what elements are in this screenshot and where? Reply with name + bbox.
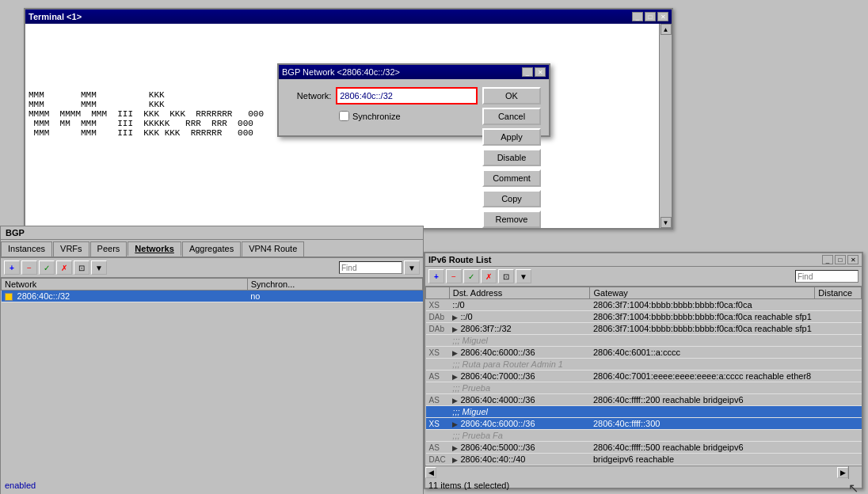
ipv6-filter-button[interactable]: ▼ xyxy=(516,269,531,283)
ipv6-add-button[interactable]: + xyxy=(428,269,444,283)
network-icon xyxy=(5,293,13,301)
network-cell: 2806:40c::/32 xyxy=(2,291,248,302)
comment-button[interactable]: Comment xyxy=(482,169,541,187)
bgp-toolbar: + − ✓ ✗ ⊡ ▼ ▼ xyxy=(1,258,423,278)
scroll-down-arrow[interactable]: ▼ xyxy=(661,217,672,228)
tab-networks[interactable]: Networks xyxy=(128,241,181,256)
bgp-table-container: Network Synchron... 2806:40c::/32 no xyxy=(1,278,423,482)
scroll-up-arrow[interactable]: ▲ xyxy=(661,24,672,35)
table-row[interactable]: 2806:40c::/32 no xyxy=(2,291,423,302)
copy-button[interactable]: Copy xyxy=(482,190,541,207)
synchronize-checkbox[interactable] xyxy=(339,111,349,121)
table-row-comment: ;;; Prueba Fa xyxy=(426,430,862,442)
table-row[interactable]: AS ▶ 2806:40c:4000::/36 2806:40c:ffff::2… xyxy=(426,394,862,406)
cancel-button[interactable]: Cancel xyxy=(482,108,541,125)
terminal-title: Terminal <1> xyxy=(29,12,82,21)
row-type: XS xyxy=(426,299,450,311)
row-type: DAb xyxy=(426,311,450,323)
settings-button[interactable]: ⊡ xyxy=(74,260,89,275)
table-row[interactable]: DAb ▶ 2806:3f7::/32 2806:3f7:1004:bbbb:b… xyxy=(426,323,862,335)
dialog-content: Network: Synchronize OK Cancel Apply Dis… xyxy=(279,79,549,135)
dialog-win-controls: _ ✕ xyxy=(522,67,546,77)
tab-instances[interactable]: Instances xyxy=(1,241,52,256)
ipv6-find-input[interactable] xyxy=(795,270,858,283)
sync-cell: no xyxy=(247,291,422,302)
table-row[interactable]: XS ::/0 2806:3f7:1004:bbbb:bbbb:bbbb:f0c… xyxy=(426,299,862,311)
ipv6-check-button[interactable]: ✓ xyxy=(463,269,479,283)
row-gateway: 2806:40c:ffff::500 reachable bridgeipv6 xyxy=(590,442,815,454)
ok-button[interactable]: OK xyxy=(482,87,541,104)
row-comment: ;;; Ruta para Router Admin 1 xyxy=(449,359,861,370)
ipv6-settings-button[interactable]: ⊡ xyxy=(498,269,514,283)
col-dst-addr: Dst. Address xyxy=(449,287,590,299)
row-gateway: bridgeipv6 reachable xyxy=(590,454,815,466)
row-type: XS xyxy=(426,418,450,430)
filter-button[interactable]: ▼ xyxy=(91,260,107,275)
row-type: DAC xyxy=(426,454,450,466)
add-button[interactable]: + xyxy=(4,260,20,275)
row-type: DAb xyxy=(426,323,450,335)
row-type xyxy=(426,406,450,418)
table-row[interactable]: XS ▶ 2806:40c:6000::/36 2806:40c:ffff::3… xyxy=(426,418,862,430)
terminal-scrollbar[interactable]: ▲ ▼ xyxy=(659,24,672,228)
row-comment: ;;; Miguel xyxy=(449,406,861,418)
bgp-dialog: BGP Network <2806:40c::/32> _ ✕ Network:… xyxy=(277,63,550,137)
tab-aggregates[interactable]: Aggregates xyxy=(182,241,241,256)
row-dst: ▶ 2806:40c:6000::/36 xyxy=(449,347,590,359)
ipv6-close-button[interactable]: ✕ xyxy=(847,255,858,264)
ipv6-bottom-bar: ◀ ▶ xyxy=(425,466,862,479)
row-type xyxy=(426,430,450,442)
cross-button[interactable]: ✗ xyxy=(56,260,72,275)
ipv6-status-bar: 11 items (1 selected) ↖ xyxy=(425,479,862,492)
table-row[interactable]: AS ▶ 2806:40c:5000::/36 2806:40c:ffff::5… xyxy=(426,442,862,454)
table-row-comment: ;;; Miguel xyxy=(426,335,862,347)
ipv6-minimize-button[interactable]: _ xyxy=(822,255,833,264)
row-type xyxy=(426,335,450,347)
row-distance xyxy=(815,299,862,311)
row-gateway: 2806:3f7:1004:bbbb:bbbb:bbbb:f0ca:f0ca r… xyxy=(590,323,815,335)
row-type: AS xyxy=(426,394,450,406)
disable-button[interactable]: Disable xyxy=(482,149,541,166)
scroll-left[interactable]: ◀ xyxy=(425,467,436,478)
row-type: AS xyxy=(426,442,450,454)
maximize-button[interactable]: □ xyxy=(645,12,656,21)
dialog-close-button[interactable]: ✕ xyxy=(535,67,546,77)
row-dst: ▶ ::/0 xyxy=(449,311,590,323)
table-row[interactable]: XS ▶ 2806:40c:6000::/36 2806:40c:6001::a… xyxy=(426,347,862,359)
scroll-corner xyxy=(849,466,862,479)
close-button[interactable]: ✕ xyxy=(657,12,668,21)
row-distance xyxy=(815,323,862,335)
col-type xyxy=(426,287,450,299)
ipv6-cross-button[interactable]: ✗ xyxy=(481,269,497,283)
network-input[interactable] xyxy=(336,87,478,104)
find-dropdown[interactable]: ▼ xyxy=(404,260,420,275)
row-dst: ▶ 2806:3f7::/32 xyxy=(449,323,590,335)
check-button[interactable]: ✓ xyxy=(39,260,55,275)
row-gateway: 2806:40c:7001:eeee:eeee:eeee:a:cccc reac… xyxy=(590,370,815,382)
tab-vrfs[interactable]: VRFs xyxy=(53,241,89,256)
row-type: XS xyxy=(426,347,450,359)
table-row[interactable]: DAb ▶ ::/0 2806:3f7:1004:bbbb:bbbb:bbbb:… xyxy=(426,311,862,323)
bgp-dialog-titlebar: BGP Network <2806:40c::/32> _ ✕ xyxy=(279,65,549,79)
tab-vpn4-route[interactable]: VPN4 Route xyxy=(242,241,304,256)
tab-bar: Instances VRFs Peers Networks Aggregates… xyxy=(1,240,423,258)
dialog-minimize-button[interactable]: _ xyxy=(522,67,533,77)
status-text: enabled xyxy=(5,481,36,490)
dialog-buttons: OK Cancel Apply Disable Comment Copy Rem… xyxy=(482,87,541,228)
tab-peers[interactable]: Peers xyxy=(90,241,128,256)
minimize-button[interactable]: _ xyxy=(632,12,643,21)
ipv6-maximize-button[interactable]: □ xyxy=(835,255,846,264)
bgp-find-input[interactable] xyxy=(339,261,402,274)
table-row[interactable]: DAC ▶ 2806:40c:40::/40 bridgeipv6 reacha… xyxy=(426,454,862,466)
ipv6-remove-button[interactable]: − xyxy=(446,269,462,283)
col-synchronize: Synchron... xyxy=(247,279,422,291)
ipv6-status-text: 11 items (1 selected) xyxy=(428,481,509,490)
bgp-panel-title: BGP xyxy=(1,226,423,240)
scroll-right[interactable]: ▶ xyxy=(837,467,848,478)
table-row[interactable]: AS ▶ 2806:40c:7000::/36 2806:40c:7001:ee… xyxy=(426,370,862,382)
apply-button[interactable]: Apply xyxy=(482,128,541,146)
h-scrollbar[interactable]: ◀ ▶ xyxy=(425,466,849,479)
col-gateway: Gateway xyxy=(590,287,815,299)
remove-button[interactable]: − xyxy=(21,260,37,275)
remove-button[interactable]: Remove xyxy=(482,211,541,228)
